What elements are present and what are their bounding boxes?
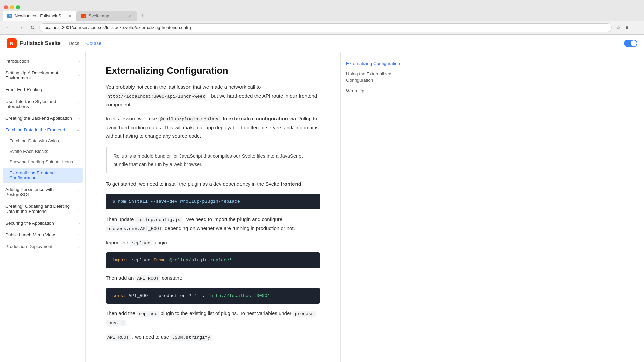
address-bar[interactable]: localhost:3001/courses/courses/fullstack…	[39, 23, 612, 32]
p4-text-3: depending on whether we are running in p…	[163, 225, 295, 231]
paragraph-3: To get started, we need to install the p…	[106, 180, 320, 188]
page-title: Externalizing Configuration	[106, 65, 320, 76]
chevron-right-icon: ›	[78, 190, 80, 194]
code-colon: :	[199, 293, 207, 298]
main-content: Externalizing Configuration You probably…	[86, 52, 340, 362]
code-api-root-var: API_ROOT = production ?	[129, 293, 194, 298]
code-block-2: import replace from '@rollup/plugin-repl…	[106, 252, 320, 268]
sidebar-item-lunch-menu[interactable]: Public Lunch Menu View ›	[0, 229, 85, 241]
paragraph-4: Then update rollup.config.js . We need t…	[106, 215, 320, 233]
p6-text-1: Then add an	[106, 275, 135, 281]
p4-text-1: Then update	[106, 216, 135, 222]
tab-title-2: Svelte app	[89, 13, 126, 18]
p1-text-1: You probably noticed in the last lesson …	[106, 84, 261, 90]
paragraph-6: Then add an API_ROOT constant:	[106, 274, 320, 283]
paragraph-5: Import the replace plugin:	[106, 238, 320, 247]
sidebar-label-crud: Creating, Updating and Deleting Data in …	[5, 204, 78, 214]
sidebar-item-fetching[interactable]: Fetching Data in the Frontend ⌄	[0, 124, 85, 136]
nav-course[interactable]: Course	[86, 41, 101, 46]
sidebar-item-setup[interactable]: Setting Up A Development Environment ›	[0, 67, 85, 84]
address-text: localhost:3001/courses/courses/fullstack…	[44, 25, 607, 30]
sidebar-item-routing[interactable]: Front End Routing ›	[0, 84, 85, 96]
minimize-button[interactable]	[10, 5, 14, 9]
sidebar-sub-item-svelte-each[interactable]: Svelte Each Blocks	[0, 146, 85, 157]
sidebar-label-production: Production Deployment	[5, 244, 52, 249]
code-block-1: $ npm install --save-dev @rollup/plugin-…	[106, 194, 320, 209]
p7-text-2: plugin to the existing list of plugins. …	[159, 310, 293, 316]
code-from-keyword: from	[153, 258, 167, 263]
app-logo: N Fullstack Svelte	[7, 38, 61, 48]
sidebar-label-lunch-menu: Public Lunch Menu View	[5, 232, 55, 237]
sidebar-item-introduction[interactable]: Introduction ›	[0, 55, 85, 67]
reload-button[interactable]: ↻	[28, 23, 37, 32]
p5-code-1: replace	[130, 240, 152, 246]
tab-inactive[interactable]: S Svelte app ✕	[76, 11, 137, 21]
p7-text-1: Then add the	[106, 310, 137, 316]
sidebar-item-securing[interactable]: Securing the Application ›	[0, 217, 85, 229]
menu-icon[interactable]: ⋮	[632, 23, 640, 32]
toggle-knob	[631, 40, 637, 46]
logo-icon: N	[7, 38, 17, 48]
bookmarks-icon[interactable]: ☆	[614, 23, 622, 32]
p5-text-1: Import the	[106, 240, 130, 245]
theme-toggle[interactable]	[624, 40, 637, 47]
new-tab-button[interactable]: +	[138, 11, 147, 21]
chevron-right-icon: ›	[78, 206, 80, 211]
paragraph-2: In this lesson, we'll use @rollup/plugin…	[106, 114, 320, 140]
back-button[interactable]: ←	[4, 23, 13, 32]
browser-tab-bar: N Newline.co - Fullstack Svelte ✕ S Svel…	[0, 11, 644, 21]
tab-close-1[interactable]: ✕	[68, 14, 72, 18]
p8-code-2: JSON.stringify	[170, 334, 212, 341]
table-of-contents: Externalizing Configuration Using the Ex…	[340, 52, 414, 362]
tab-active[interactable]: N Newline.co - Fullstack Svelte ✕	[3, 11, 76, 21]
paragraph-7: Then add the replace plugin to the exist…	[106, 309, 320, 327]
sidebar-item-ui-styles[interactable]: User Interface Styles and Interactions ›	[0, 96, 85, 112]
sidebar-sub-item-fetching-axios[interactable]: Fetching Data with Axios	[0, 136, 85, 146]
close-button[interactable]	[4, 5, 8, 9]
tab-favicon-2: S	[81, 14, 86, 18]
code-empty-string: ''	[194, 293, 199, 298]
chevron-right-icon: ›	[78, 87, 80, 92]
p4-code-2: process.env.API_ROOT	[106, 226, 163, 232]
p1-code-1: http://localhost:3000/api/lunch-week	[106, 93, 207, 100]
sidebar: Introduction › Setting Up A Development …	[0, 52, 86, 362]
chevron-right-icon: ›	[78, 102, 80, 106]
code-import-path: '@rollup/plugin-replace'	[167, 258, 232, 263]
fullscreen-button[interactable]	[16, 5, 20, 9]
toc-item-ext-config[interactable]: Externalizing Configuration	[346, 59, 409, 69]
extensions-icon[interactable]: ■	[624, 23, 630, 32]
nav-docs[interactable]: Docs	[69, 41, 79, 46]
code-install-cmd: npm install --save-dev @rollup/plugin-re…	[118, 199, 240, 204]
chevron-right-icon: ›	[78, 244, 80, 249]
sidebar-item-crud[interactable]: Creating, Updating and Deleting Data in …	[0, 200, 85, 217]
code-import-keyword: import	[112, 258, 131, 263]
sidebar-item-production[interactable]: Production Deployment ›	[0, 241, 85, 252]
p6-code-1: API_ROOT	[135, 275, 160, 282]
p5-text-2: plugin:	[152, 240, 168, 245]
forward-button[interactable]: →	[16, 23, 25, 32]
tab-title-1: Newline.co - Fullstack Svelte	[15, 13, 66, 18]
chevron-right-icon: ›	[78, 73, 80, 78]
app-header: N Fullstack Svelte Docs Course	[0, 35, 644, 52]
sidebar-sub-item-loading-spinner[interactable]: Showing Loading Spinner Icons	[0, 157, 85, 167]
app-body: Introduction › Setting Up A Development …	[0, 52, 644, 362]
sidebar-label-securing: Securing the Application	[5, 221, 54, 226]
sidebar-label-ui-styles: User Interface Styles and Interactions	[5, 99, 78, 109]
app: N Fullstack Svelte Docs Course Introduct…	[0, 35, 644, 362]
sidebar-label-fetching: Fetching Data in the Frontend	[5, 127, 65, 132]
sidebar-sub-fetching: Fetching Data with Axios Svelte Each Blo…	[0, 136, 85, 183]
toc-item-wrap-up[interactable]: Wrap-Up	[346, 86, 409, 96]
blockquote-text: Rollup is a module bundler for JavaScrip…	[113, 152, 314, 168]
toc-item-using[interactable]: Using the Externalized Configuration	[346, 69, 409, 86]
chevron-right-icon: ›	[78, 116, 80, 121]
dollar-sign: $	[112, 199, 118, 204]
sidebar-item-backend[interactable]: Creating the Backend Application ›	[0, 112, 85, 124]
tab-close-2[interactable]: ✕	[129, 14, 132, 18]
code-const-keyword: const	[112, 293, 129, 298]
sidebar-item-persistence[interactable]: Adding Persistence with PostgreSQL ›	[0, 184, 85, 200]
p3-text-1: To get started, we need to install the p…	[106, 181, 303, 187]
p8-text-1: , we need to use	[131, 334, 170, 340]
sidebar-sub-item-externalizing[interactable]: Externalizing Frontend Configuration	[3, 168, 83, 183]
p2-text-1: In this lesson, we'll use	[106, 116, 158, 121]
p2-code-1: @rollup/plugin-replace	[158, 116, 221, 122]
